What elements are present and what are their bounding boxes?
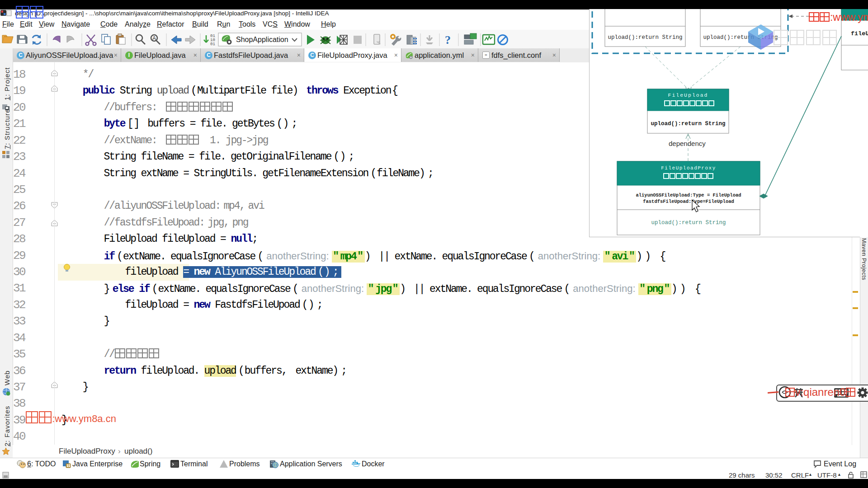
svg-text:FileUploadProxy: FileUploadProxy (661, 165, 716, 171)
svg-text:FileUpload: FileUpload (668, 92, 708, 98)
svg-text:fastdfsFileUpoad:Type=FileUplo: fastdfsFileUpoad:Type=FileUpload (643, 199, 734, 204)
svg-text:fileU: fileU (851, 30, 868, 37)
svg-text:aliyunOSSFileUpload:Type = Fil: aliyunOSSFileUpload:Type = FileUpload (636, 192, 741, 198)
svg-text:A: A (152, 35, 156, 42)
svg-text:ShopApplication: ShopApplication (236, 36, 288, 43)
svg-text:upload():return String: upload():return String (651, 121, 725, 127)
svg-text:upload():return String: upload():return String (608, 34, 682, 41)
svg-text:?: ? (445, 33, 451, 47)
svg-text:upload():return String: upload():return String (651, 220, 726, 226)
svg-text:01: 01 (210, 42, 215, 47)
svg-text:dependency: dependency (669, 140, 706, 147)
